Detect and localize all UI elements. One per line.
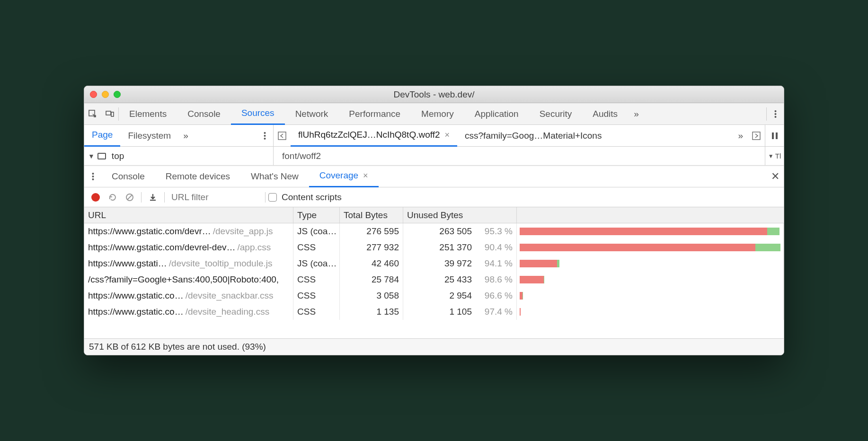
table-row[interactable]: https://www.gstatic.co…/devsite_heading.… (84, 304, 784, 320)
tab-console[interactable]: Console (177, 103, 231, 125)
cell-usage-bar (517, 256, 784, 272)
cell-url: https://www.gstatic.com/devr…/devsite_ap… (84, 223, 293, 239)
svg-rect-11 (772, 132, 774, 139)
cell-unused-bytes: 2 95496.6 % (403, 288, 517, 304)
tree-top-label[interactable]: top (112, 151, 124, 161)
cell-url: /css?family=Google+Sans:400,500|Roboto:4… (84, 272, 293, 288)
debugger-pause-button[interactable] (765, 125, 784, 146)
cell-unused-bytes: 251 37090.4 % (403, 239, 517, 256)
unused-bar (520, 276, 544, 283)
cell-usage-bar (517, 272, 784, 288)
export-icon[interactable] (144, 193, 161, 202)
separator (265, 192, 266, 203)
window-close-button[interactable] (90, 91, 97, 98)
navigator-overflow[interactable]: » (178, 125, 193, 147)
table-row[interactable]: https://www.gstatic.com/devrel-dev…/app.… (84, 239, 784, 256)
drawer-tabstrip: ConsoleRemote devicesWhat's NewCoverage×… (84, 166, 784, 187)
cell-unused-bytes: 263 50595.3 % (403, 223, 517, 239)
cell-url: https://www.gstati…/devsite_tooltip_modu… (84, 256, 293, 272)
file-tab[interactable]: flUhRq6tzZclQEJ…NcIhQ8tQ.woff2× (291, 125, 457, 147)
window-maximize-button[interactable] (114, 91, 121, 98)
close-icon[interactable]: × (363, 171, 368, 181)
frame-icon (97, 153, 106, 159)
used-bar (767, 228, 779, 235)
svg-line-17 (127, 195, 132, 200)
drawer-tab-coverage[interactable]: Coverage× (309, 166, 379, 187)
cell-url: https://www.gstatic.co…/devsite_heading.… (84, 304, 293, 320)
cell-total-bytes: 3 058 (340, 288, 403, 304)
kebab-menu-icon[interactable] (767, 106, 784, 123)
col-header-url[interactable]: URL (84, 207, 293, 223)
editor-area: font/woff2 (274, 147, 765, 165)
tab-elements[interactable]: Elements (119, 103, 177, 125)
reload-icon[interactable] (104, 193, 121, 202)
tab-sources[interactable]: Sources (231, 103, 285, 125)
cell-unused-bytes: 25 43398.6 % (403, 272, 517, 288)
table-row[interactable]: https://www.gstatic.com/devr…/devsite_ap… (84, 223, 784, 239)
main-tabs-overflow[interactable]: » (628, 103, 645, 125)
device-toggle-icon[interactable] (101, 106, 118, 123)
used-bar (557, 260, 559, 267)
main-toolbar: ElementsConsoleSourcesNetworkPerformance… (84, 103, 784, 125)
cell-usage-bar (517, 239, 784, 256)
drawer-tab-remote-devices[interactable]: Remote devices (155, 166, 240, 187)
tree-expand-toggle[interactable]: ▼ (88, 152, 95, 160)
file-tab-label: css?family=Goog…Material+Icons (465, 131, 602, 141)
page-tab[interactable]: Page (84, 125, 120, 147)
tab-security[interactable]: Security (529, 103, 583, 125)
content-scripts-label: Content scripts (282, 192, 342, 203)
table-row[interactable]: https://www.gstatic.co…/devsite_snackbar… (84, 288, 784, 304)
cell-usage-bar (517, 223, 784, 239)
drawer-menu-icon[interactable] (84, 168, 101, 185)
cell-url: https://www.gstatic.co…/devsite_snackbar… (84, 288, 293, 304)
clear-icon[interactable] (121, 193, 138, 202)
cell-total-bytes: 25 784 (340, 272, 403, 288)
sources-tabstrip: Page Filesystem » flUhRq6tzZclQEJ…NcIhQ8… (84, 125, 784, 147)
open-files-tabstrip: flUhRq6tzZclQEJ…NcIhQ8tQ.woff2×css?famil… (274, 125, 765, 146)
cell-type: CSS (293, 288, 340, 304)
close-icon[interactable]: × (445, 130, 450, 140)
table-row[interactable]: https://www.gstati…/devsite_tooltip_modu… (84, 256, 784, 272)
svg-rect-1 (106, 111, 111, 115)
separator (141, 192, 142, 203)
next-file-icon[interactable] (748, 127, 765, 144)
tab-audits[interactable]: Audits (582, 103, 628, 125)
col-header-type[interactable]: Type (293, 207, 340, 223)
cell-unused-bytes: 39 97294.1 % (403, 256, 517, 272)
threads-panel-toggle[interactable]: ▼ Tl (765, 147, 784, 165)
cell-url: https://www.gstatic.com/devrel-dev…/app.… (84, 239, 293, 256)
svg-point-15 (92, 178, 94, 180)
unused-bar (520, 244, 755, 251)
content-scripts-checkbox[interactable] (268, 193, 277, 202)
tab-network[interactable]: Network (285, 103, 339, 125)
tab-performance[interactable]: Performance (338, 103, 411, 125)
file-tab[interactable]: css?family=Goog…Material+Icons (457, 125, 609, 147)
window-minimize-button[interactable] (102, 91, 109, 98)
unused-bar (520, 260, 557, 267)
traffic-lights (90, 91, 121, 98)
cell-type: CSS (293, 272, 340, 288)
coverage-summary-text: 571 KB of 612 KB bytes are not used. (93… (89, 342, 266, 352)
cell-total-bytes: 1 135 (340, 304, 403, 320)
col-header-total[interactable]: Total Bytes (340, 207, 403, 223)
separator (164, 192, 165, 203)
tab-memory[interactable]: Memory (411, 103, 464, 125)
navigator-tabs: Page Filesystem » (84, 125, 274, 146)
table-row[interactable]: /css?family=Google+Sans:400,500|Roboto:4… (84, 272, 784, 288)
prev-file-icon[interactable] (274, 127, 291, 144)
url-filter-input[interactable] (168, 190, 262, 204)
col-header-visualization (517, 207, 784, 223)
tab-application[interactable]: Application (464, 103, 529, 125)
navigator-menu-icon[interactable] (256, 127, 273, 144)
open-files-overflow[interactable]: » (733, 125, 748, 147)
drawer-tab-console[interactable]: Console (101, 166, 155, 187)
used-bar (755, 244, 780, 251)
record-button[interactable] (87, 193, 104, 202)
col-header-unused[interactable]: Unused Bytes (403, 207, 517, 223)
editor-mime-line: font/woff2 (282, 151, 321, 161)
drawer-close-icon[interactable]: ✕ (767, 168, 784, 185)
inspect-element-icon[interactable] (84, 106, 101, 123)
drawer-tab-what-s-new[interactable]: What's New (240, 166, 309, 187)
filesystem-tab[interactable]: Filesystem (120, 125, 178, 147)
svg-point-8 (264, 138, 266, 140)
